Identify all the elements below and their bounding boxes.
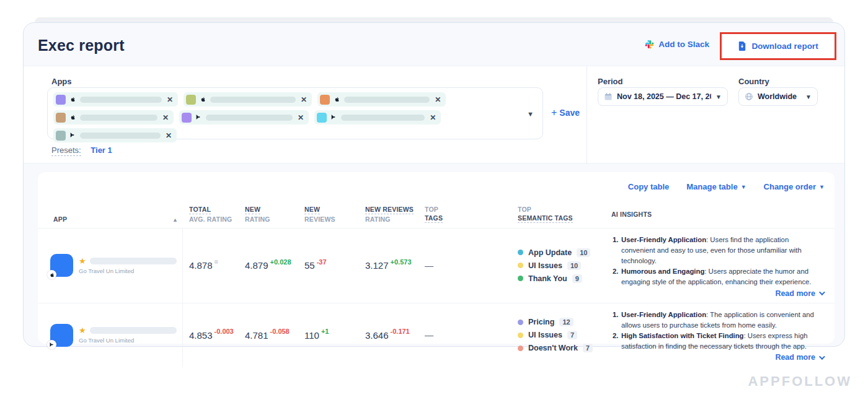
preset-tier1-link[interactable]: Tier 1 bbox=[91, 146, 112, 155]
presets-label[interactable]: Presets: bbox=[51, 146, 81, 156]
remove-chip-icon[interactable]: ✕ bbox=[162, 114, 169, 121]
globe-icon bbox=[745, 92, 753, 101]
semantic-tags-cell: Pricing 12 UI Issues 7 Doesn't Work 7 bbox=[512, 303, 605, 367]
redacted-app-name bbox=[344, 97, 430, 103]
redacted-app-title bbox=[90, 258, 177, 264]
manage-table-button[interactable]: Manage table▼ bbox=[686, 182, 746, 191]
app-cell[interactable]: ★ Go Travel Un Limited bbox=[38, 303, 183, 367]
new-reviews-cell: 55-37 bbox=[298, 229, 359, 303]
app-cell[interactable]: ★ Go Travel Un Limited bbox=[38, 229, 183, 303]
exec-report-card: Exec report Add to Slack Download report… bbox=[23, 22, 845, 347]
remove-chip-icon[interactable]: ✕ bbox=[301, 96, 307, 103]
app-chip[interactable]: ✕ bbox=[179, 110, 309, 124]
ai-insights-cell: User-Friendly Application: The applicati… bbox=[605, 303, 835, 367]
google-play-icon bbox=[69, 132, 76, 139]
ai-insights-cell: User-Friendly Application: Users find th… bbox=[605, 229, 835, 303]
calendar-icon bbox=[604, 92, 613, 101]
total-avg-rating-cell: 4.853-0.003 bbox=[183, 303, 239, 367]
remove-chip-icon[interactable]: ✕ bbox=[435, 96, 441, 103]
read-more-link[interactable]: Read more bbox=[775, 289, 823, 298]
appfollow-watermark: APPFOLLOW bbox=[748, 373, 852, 390]
page-title: Exec report bbox=[38, 37, 125, 54]
semantic-tag[interactable]: UI Issues 7 bbox=[518, 331, 593, 339]
redacted-app-name bbox=[80, 97, 162, 103]
app-chip[interactable]: ✕ bbox=[184, 92, 312, 107]
tag-count-badge: 7 bbox=[583, 344, 593, 352]
apps-dropdown-caret-icon[interactable]: ▼ bbox=[527, 110, 534, 118]
redacted-app-name bbox=[341, 115, 425, 121]
app-icon-thumb bbox=[317, 113, 327, 123]
insight-item: Humorous and Engaging: Users appreciate … bbox=[613, 266, 823, 287]
chevron-down-icon bbox=[819, 354, 825, 360]
add-to-slack-label: Add to Slack bbox=[658, 40, 709, 49]
chevron-down-icon bbox=[819, 289, 825, 295]
delta-badge: -0.171 bbox=[391, 328, 410, 335]
apple-icon bbox=[334, 96, 340, 103]
tag-dot-icon bbox=[518, 276, 523, 281]
redacted-app-name bbox=[80, 133, 161, 139]
semantic-tag[interactable]: UI Issues 10 bbox=[518, 261, 590, 270]
new-reviews-rating-cell: 3.646-0.171 bbox=[359, 303, 418, 367]
read-more-link[interactable]: Read more bbox=[775, 353, 823, 362]
slack-icon bbox=[645, 40, 654, 49]
period-select[interactable]: Nov 18, 2025 — Dec 17, 2025 ▼ bbox=[598, 87, 728, 106]
star-icon: ★ bbox=[79, 257, 86, 265]
tag-dot-icon bbox=[518, 320, 523, 325]
column-header-top-semantic-tags[interactable]: TOP SEMANTIC TAGS bbox=[512, 202, 605, 229]
app-chip[interactable]: ✕ bbox=[53, 128, 177, 142]
tag-count-badge: 10 bbox=[577, 248, 590, 257]
semantic-tag[interactable]: Thank You 9 bbox=[518, 274, 590, 283]
column-header-new-reviews-rating[interactable]: NEW REVIEWS RATING bbox=[359, 202, 418, 229]
semantic-tag[interactable]: App Update 10 bbox=[518, 248, 590, 257]
country-caret-icon: ▼ bbox=[805, 94, 812, 100]
tag-count-badge: 12 bbox=[559, 318, 573, 326]
tag-count-badge: 9 bbox=[572, 274, 582, 283]
column-header-new-reviews[interactable]: NEW REVIEWS bbox=[298, 202, 359, 229]
new-rating-cell: 4.781-0.058 bbox=[239, 303, 298, 367]
apps-filter-input[interactable]: ✕ ✕ ✕ ✕ bbox=[47, 87, 543, 139]
app-icon-thumb bbox=[182, 113, 192, 123]
app-chip[interactable]: ✕ bbox=[314, 110, 441, 124]
column-header-top-tags[interactable]: TOP TAGS bbox=[418, 202, 512, 229]
tag-dot-icon bbox=[518, 250, 523, 255]
country-select[interactable]: Worldwide ▼ bbox=[738, 87, 818, 106]
column-header-app[interactable]: APP ▲ bbox=[38, 202, 183, 229]
change-order-button[interactable]: Change order▼ bbox=[764, 182, 825, 191]
app-chip[interactable]: ✕ bbox=[53, 92, 178, 107]
app-chip[interactable]: ✕ bbox=[53, 110, 174, 124]
redacted-app-name bbox=[210, 97, 296, 103]
tag-count-badge: 7 bbox=[567, 331, 577, 339]
period-caret-icon: ▼ bbox=[715, 94, 722, 100]
semantic-tag[interactable]: Doesn't Work 7 bbox=[518, 344, 593, 352]
add-to-slack-button[interactable]: Add to Slack bbox=[645, 40, 709, 49]
caret-down-icon: ▼ bbox=[741, 184, 746, 190]
semantic-tags-cell: App Update 10 UI Issues 10 Thank You 9 bbox=[512, 229, 605, 303]
delta-badge: +0.028 bbox=[270, 258, 291, 266]
sort-asc-icon[interactable]: ▲ bbox=[172, 217, 178, 223]
semantic-tag[interactable]: Pricing 12 bbox=[518, 318, 593, 326]
filter-strip: Apps ✕ ✕ ✕ bbox=[24, 66, 844, 163]
download-report-button[interactable]: Download report bbox=[720, 32, 836, 60]
tag-dot-icon bbox=[518, 346, 523, 351]
column-header-total-avg-rating[interactable]: TOTAL AVG. RATING bbox=[183, 202, 239, 229]
app-icon-thumb bbox=[186, 95, 196, 105]
tag-dot-icon bbox=[518, 263, 523, 268]
plus-icon: + bbox=[551, 107, 557, 118]
save-preset-button[interactable]: +Save bbox=[551, 107, 580, 118]
app-chip[interactable]: ✕ bbox=[317, 92, 446, 107]
download-icon bbox=[738, 41, 746, 51]
remove-chip-icon[interactable]: ✕ bbox=[167, 96, 173, 103]
apple-icon bbox=[69, 114, 76, 121]
period-value: Nov 18, 2025 — Dec 17, 2025 bbox=[617, 92, 711, 101]
copy-table-button[interactable]: Copy table bbox=[628, 182, 669, 191]
column-header-new-rating[interactable]: NEW RATING bbox=[239, 202, 298, 229]
delta-badge: +1 bbox=[321, 328, 329, 335]
filter-divider bbox=[587, 66, 587, 164]
remove-chip-icon[interactable]: ✕ bbox=[430, 114, 436, 121]
remove-chip-icon[interactable]: ✕ bbox=[298, 114, 304, 121]
new-rating-cell: 4.879+0.028 bbox=[239, 229, 298, 303]
new-reviews-cell: 110+1 bbox=[298, 303, 359, 367]
remove-chip-icon[interactable]: ✕ bbox=[166, 132, 172, 139]
app-icon-thumb bbox=[56, 131, 66, 141]
top-tags-cell: — bbox=[418, 303, 512, 367]
